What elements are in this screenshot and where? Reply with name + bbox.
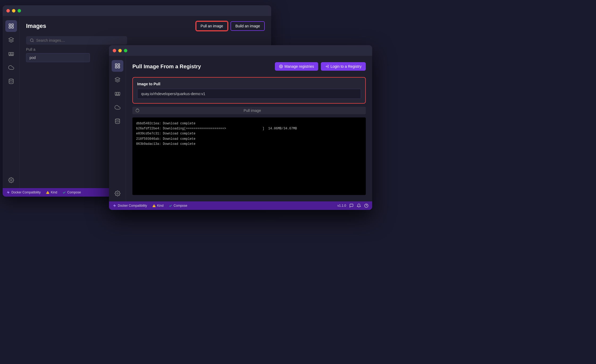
manage-registries-label: Manage registries xyxy=(284,64,314,69)
warning-icon xyxy=(46,191,49,194)
svg-rect-19 xyxy=(115,66,117,68)
fg-sidebar-registries[interactable] xyxy=(112,101,123,113)
svg-rect-3 xyxy=(11,27,13,28)
svg-rect-21 xyxy=(115,92,116,95)
svg-rect-17 xyxy=(115,64,117,65)
fg-close-button[interactable] xyxy=(113,49,116,52)
bg-docker-label: Docker Compatibility xyxy=(11,191,41,194)
svg-point-29 xyxy=(117,193,118,194)
svg-point-11 xyxy=(9,79,13,81)
bg-sidebar xyxy=(3,16,20,188)
check-icon xyxy=(62,191,66,194)
login-icon xyxy=(325,65,329,68)
fg-sidebar-images[interactable] xyxy=(112,60,123,72)
fg-warning-icon xyxy=(152,204,156,208)
login-registry-label: Login to a Registry xyxy=(330,64,362,69)
pull-image-button[interactable]: Pull an image xyxy=(196,21,228,31)
terminal-line-5: 063b9adac13a: Download complete xyxy=(136,142,362,147)
bg-kind-label: Kind xyxy=(51,191,57,194)
image-to-pull-section: Image to Pull xyxy=(132,77,366,104)
search-input[interactable] xyxy=(36,38,123,43)
fg-header-buttons: Manage registries Login to a Registry xyxy=(275,62,366,71)
bg-compose-label: Compose xyxy=(67,191,81,194)
svg-rect-18 xyxy=(118,64,119,65)
svg-rect-6 xyxy=(12,52,13,55)
fg-compose-status: Compose xyxy=(169,204,187,208)
fg-sidebar-pods[interactable] xyxy=(112,88,123,99)
fg-sidebar-containers[interactable] xyxy=(112,74,123,86)
minimize-button[interactable] xyxy=(12,9,15,12)
fg-docker-label: Docker Compatibility xyxy=(118,204,147,208)
bg-compose-status: Compose xyxy=(62,191,81,194)
login-registry-button[interactable]: Login to a Registry xyxy=(321,62,366,71)
fg-check-icon xyxy=(169,204,172,208)
sidebar-item-pods[interactable] xyxy=(5,48,17,60)
sidebar-item-volumes[interactable] xyxy=(5,75,17,87)
sidebar-item-registries[interactable] xyxy=(5,62,17,73)
svg-rect-0 xyxy=(9,24,10,26)
fg-kind-status: Kind xyxy=(152,204,163,208)
bg-docker-status: Docker Compatibility xyxy=(6,191,41,194)
manage-registries-button[interactable]: Manage registries xyxy=(275,62,318,71)
svg-rect-5 xyxy=(10,52,12,55)
terminal-line-4: 218f593046ab: Download complete xyxy=(136,137,362,142)
fg-compose-label: Compose xyxy=(174,204,187,208)
bg-pull-input[interactable]: pod xyxy=(26,53,90,62)
terminal-output: dbbd5482c1ea: Download complete b26afdf2… xyxy=(132,117,366,195)
bg-header-buttons: Pull an image Build an image xyxy=(196,21,265,31)
fg-minimize-button[interactable] xyxy=(118,49,122,52)
svg-line-14 xyxy=(33,41,33,42)
pull-spinner xyxy=(136,109,139,112)
svg-point-30 xyxy=(280,66,282,67)
svg-point-13 xyxy=(30,39,33,42)
bg-main-header: Images Pull an image Build an image xyxy=(26,21,265,31)
bg-kind-status: Kind xyxy=(46,191,57,194)
pull-button-label: Pull image xyxy=(142,108,363,113)
maximize-button[interactable] xyxy=(18,9,21,12)
bell-icon[interactable] xyxy=(357,204,361,208)
fg-page-title: Pull Image From a Registry xyxy=(132,64,201,70)
foreground-window: Pull Image From a Registry Manage regist… xyxy=(109,45,372,210)
fg-kind-label: Kind xyxy=(157,204,163,208)
svg-point-12 xyxy=(10,179,12,181)
bg-search-bar[interactable] xyxy=(26,36,127,45)
fg-docker-icon xyxy=(113,204,116,208)
svg-rect-22 xyxy=(117,92,118,95)
fg-titlebar xyxy=(109,45,372,56)
svg-rect-4 xyxy=(9,52,10,55)
image-to-pull-input[interactable] xyxy=(137,89,361,99)
fg-maximize-button[interactable] xyxy=(124,49,127,52)
pull-button-row: Pull image xyxy=(132,107,366,114)
sidebar-item-containers[interactable] xyxy=(5,34,17,46)
fg-status-right: v1.1.0 xyxy=(337,204,368,208)
fg-main-content: Pull Image From a Registry Manage regist… xyxy=(126,56,372,201)
terminal-line-3: e039cd5e7c31: Download complete xyxy=(136,131,362,136)
terminal-line-2: b26afdf22be4: Downloading[==============… xyxy=(136,126,362,131)
help-icon[interactable] xyxy=(364,204,368,208)
bg-page-title: Images xyxy=(26,23,46,29)
docker-icon xyxy=(6,191,10,194)
fg-docker-status: Docker Compatibility xyxy=(113,204,147,208)
svg-point-28 xyxy=(115,119,120,120)
svg-rect-1 xyxy=(11,24,13,26)
sidebar-item-images[interactable] xyxy=(5,20,17,32)
sidebar-item-settings[interactable] xyxy=(5,174,17,186)
bg-titlebar xyxy=(3,5,271,16)
chat-icon[interactable] xyxy=(349,204,354,208)
image-to-pull-label: Image to Pull xyxy=(137,82,361,86)
version-label: v1.1.0 xyxy=(337,204,346,208)
svg-rect-23 xyxy=(118,92,120,95)
build-image-button[interactable]: Build an image xyxy=(230,21,265,31)
svg-rect-2 xyxy=(9,27,10,28)
gear-icon xyxy=(279,65,283,68)
svg-rect-20 xyxy=(118,66,119,68)
fg-sidebar-volumes[interactable] xyxy=(112,115,123,127)
fg-sidebar-settings[interactable] xyxy=(112,188,123,199)
fg-status-bar: Docker Compatibility Kind Compose v1.1.0 xyxy=(109,201,372,210)
search-icon xyxy=(30,38,34,43)
fg-status-left: Docker Compatibility Kind Compose xyxy=(113,204,187,208)
close-button[interactable] xyxy=(6,9,10,12)
terminal-line-1: dbbd5482c1ea: Download complete xyxy=(136,121,362,126)
fg-header: Pull Image From a Registry Manage regist… xyxy=(132,62,366,71)
fg-sidebar xyxy=(109,56,126,201)
